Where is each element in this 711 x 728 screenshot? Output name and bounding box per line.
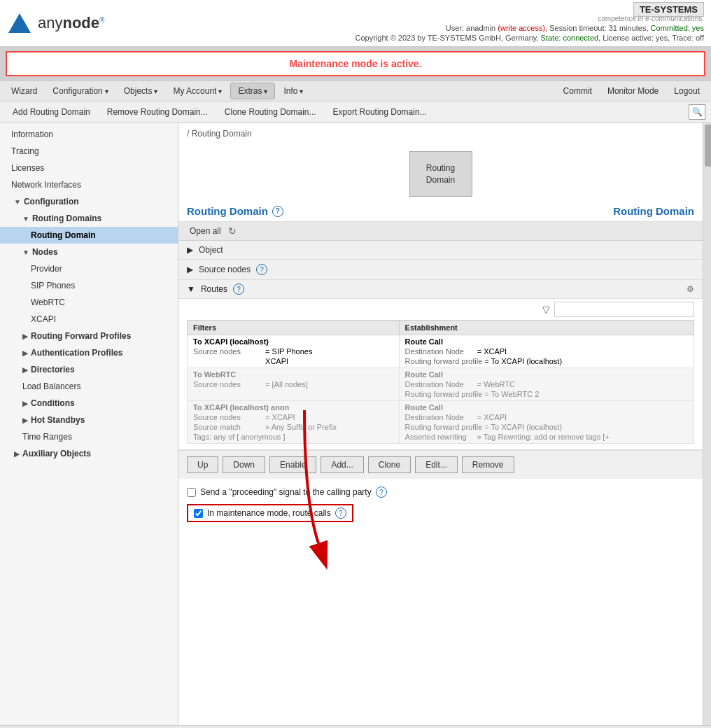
route-filter-cell-2: To WebRTC Source nodes = [All nodes]	[188, 368, 400, 401]
col-establishment: Establishment	[399, 321, 694, 335]
nav-logout[interactable]: Logout	[667, 83, 707, 99]
routing-diagram: RoutingDomain	[178, 144, 703, 201]
filter-icon: ▽	[542, 304, 550, 315]
object-section-header[interactable]: ▶ Object	[178, 241, 703, 259]
toolbar-search[interactable]: 🔍	[689, 104, 705, 120]
te-systems-badge: TE-SYSTEMS competence in e-communication…	[356, 4, 704, 22]
nav-configuration[interactable]: Configuration	[45, 83, 115, 99]
sidebar-section-conditions[interactable]: ▶ Conditions	[0, 395, 178, 412]
sidebar-item-network-interfaces[interactable]: Network Interfaces	[0, 176, 178, 193]
section-heading: Routing Domain ? Routing Domain	[178, 201, 703, 222]
add-button[interactable]: Add...	[321, 456, 363, 473]
nav-monitor-mode[interactable]: Monitor Mode	[600, 83, 666, 99]
source-nodes-header[interactable]: ▶ Source nodes ?	[178, 260, 703, 279]
object-arrow: ▶	[187, 245, 193, 255]
proceeding-help-icon[interactable]: ?	[376, 486, 387, 498]
sidebar-section-directories[interactable]: ▶ Directories	[0, 361, 178, 378]
sidebar-item-sip-phones[interactable]: SIP Phones	[0, 277, 178, 294]
routes-section-header: ▼ Routes ? ⚙	[178, 280, 703, 299]
sidebar-item-information[interactable]: Information	[0, 126, 178, 143]
remove-button[interactable]: Remove	[462, 456, 514, 473]
source-nodes-help-icon[interactable]: ?	[256, 264, 267, 275]
filter-input[interactable]	[554, 302, 694, 317]
routes-help-icon[interactable]: ?	[233, 284, 244, 295]
routes-arrow[interactable]: ▼	[187, 284, 195, 294]
top-header: anynode® TE-SYSTEMS competence in e-comm…	[0, 0, 711, 47]
sidebar-item-xcapi[interactable]: XCAPI	[0, 311, 178, 328]
route-establishment-cell-1: Route Call Destination Node = XCAPI Rout…	[399, 335, 694, 368]
table-row[interactable]: To XCAPI (localhost) anon Source nodes =…	[188, 401, 694, 444]
object-label: Object	[199, 245, 223, 255]
routes-area: ▽ Filters Establishment	[178, 299, 703, 449]
sidebar-item-time-ranges[interactable]: Time Ranges	[0, 428, 178, 445]
scrollbar[interactable]	[703, 123, 711, 725]
route-est-detail-2b: Routing forward profile = To WebRTC 2	[405, 390, 688, 398]
sidebar-section-hot-standbys[interactable]: ▶ Hot Standbys	[0, 412, 178, 428]
routes-section: ▼ Routes ? ⚙ ▽ Filters	[178, 280, 703, 450]
sidebar-section-authentication-profiles[interactable]: ▶ Authentication Profiles	[0, 344, 178, 361]
route-filter-cell-1: To XCAPI (localhost) Source nodes = SIP …	[188, 335, 400, 368]
scrollbar-thumb[interactable]	[705, 125, 711, 167]
sidebar-item-load-balancers[interactable]: Load Balancers	[0, 378, 178, 395]
enable-button[interactable]: Enable	[269, 456, 316, 473]
clone-button[interactable]: Clone	[368, 456, 411, 473]
down-button[interactable]: Down	[223, 456, 265, 473]
source-nodes-label: Source nodes	[199, 265, 251, 274]
edit-button[interactable]: Edit...	[415, 456, 458, 473]
route-est-detail-3b: Routing forward profile = To XCAPI (loca…	[405, 423, 688, 431]
session-info-area: TE-SYSTEMS competence in e-communication…	[356, 4, 704, 42]
route-est-detail-2a: Destination Node = WebRTC	[405, 380, 688, 388]
proceeding-checkbox-row: Send a "proceeding" signal to the callin…	[187, 484, 694, 500]
route-detail-3c: Tags: any of [ anonymous ]	[193, 433, 393, 441]
open-all-button[interactable]: Open all	[187, 225, 224, 237]
remove-routing-domain-button[interactable]: Remove Routing Domain...	[100, 105, 215, 119]
sidebar-section-configuration[interactable]: ▼ Configuration	[0, 193, 178, 210]
sidebar-section-routing-domains[interactable]: ▼ Routing Domains	[0, 210, 178, 227]
export-routing-domain-button[interactable]: Export Routing Domain...	[326, 105, 434, 119]
nav-my-account[interactable]: My Account	[166, 83, 229, 99]
section-help-icon[interactable]: ?	[272, 206, 283, 217]
content-area: / Routing Domain RoutingDomain Routing D…	[178, 123, 703, 725]
up-button[interactable]: Up	[187, 456, 218, 473]
nav-bar: Wizard Configuration Objects My Account …	[0, 80, 711, 102]
nav-wizard[interactable]: Wizard	[4, 83, 44, 99]
sidebar-item-licenses[interactable]: Licenses	[0, 160, 178, 176]
nav-objects[interactable]: Objects	[117, 83, 165, 99]
route-est-detail-1b: Routing forward profile = To XCAPI (loca…	[405, 357, 688, 365]
nav-extras[interactable]: Extras	[230, 83, 275, 99]
sidebar-section-routing-forward-profiles[interactable]: ▶ Routing Forward Profiles	[0, 328, 178, 344]
sidebar-section-auxiliary-objects[interactable]: ▶ Auxiliary Objects	[0, 445, 178, 462]
proceeding-checkbox[interactable]	[187, 488, 196, 497]
session-info: User: anadmin (write access), Session ti…	[356, 24, 704, 32]
route-est-detail-1a: Destination Node = XCAPI	[405, 347, 688, 356]
routes-label: Routes	[201, 284, 227, 294]
add-routing-domain-button[interactable]: Add Routing Domain	[6, 105, 97, 119]
maintenance-route-checkbox[interactable]	[194, 509, 203, 518]
sidebar-item-tracing[interactable]: Tracing	[0, 143, 178, 160]
table-row[interactable]: To XCAPI (localhost) Source nodes = SIP …	[188, 335, 694, 368]
route-name-2: To WebRTC	[193, 370, 393, 379]
logo-area: anynode®	[7, 10, 104, 36]
sidebar: Information Tracing Licenses Network Int…	[0, 123, 178, 725]
route-detail-1b: XCAPI	[193, 357, 393, 365]
route-est-name-2: Route Call	[405, 370, 688, 379]
toolbar: Add Routing Domain Remove Routing Domain…	[0, 102, 711, 123]
session-copyright: Copyright © 2023 by TE-SYSTEMS GmbH, Ger…	[356, 34, 704, 42]
sidebar-section-nodes[interactable]: ▼ Nodes	[0, 244, 178, 260]
source-nodes-section: ▶ Source nodes ?	[178, 260, 703, 280]
checkboxes-area: Send a "proceeding" signal to the callin…	[178, 479, 703, 528]
maintenance-banner: Maintenance mode is active.	[6, 51, 705, 76]
sidebar-item-routing-domain[interactable]: Routing Domain	[0, 227, 178, 244]
nav-commit[interactable]: Commit	[556, 83, 599, 99]
route-establishment-cell-3: Route Call Destination Node = XCAPI Rout…	[399, 401, 694, 444]
sidebar-item-webrtc[interactable]: WebRTC	[0, 294, 178, 311]
maintenance-route-help-icon[interactable]: ?	[335, 507, 346, 519]
clone-routing-domain-button[interactable]: Clone Routing Domain...	[218, 105, 323, 119]
sidebar-item-provider[interactable]: Provider	[0, 260, 178, 277]
object-section: ▶ Object	[178, 241, 703, 260]
main-layout: Information Tracing Licenses Network Int…	[0, 123, 711, 725]
routes-gear-icon[interactable]: ⚙	[687, 284, 694, 294]
refresh-icon[interactable]: ↻	[228, 225, 239, 237]
nav-info[interactable]: Info	[276, 83, 310, 99]
table-row[interactable]: To WebRTC Source nodes = [All nodes] Rou…	[188, 368, 694, 401]
